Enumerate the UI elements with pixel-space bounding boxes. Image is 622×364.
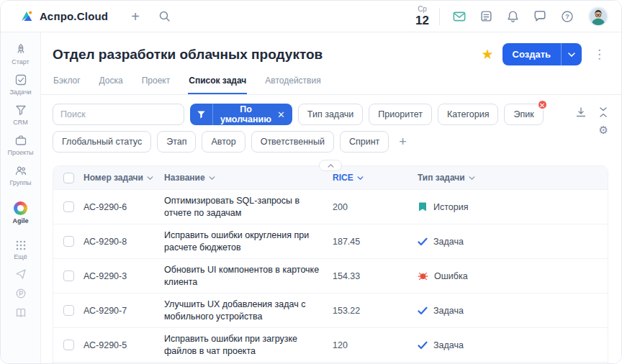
task-type: Задача — [418, 340, 608, 350]
table-row[interactable]: АС-9290-5 Исправить ошибки при загрузке … — [53, 327, 608, 362]
tab-automations[interactable]: Автодействия — [264, 76, 321, 94]
task-type-label: Задача — [433, 340, 464, 350]
create-button[interactable]: Создать — [502, 43, 582, 65]
filter-chip-label: Спринт — [349, 137, 379, 147]
filter-chip[interactable]: Тип задачи ✕ — [298, 104, 363, 125]
help-icon[interactable]: ? — [561, 10, 574, 23]
row-checkbox[interactable] — [63, 340, 74, 350]
sidebar-item-agile[interactable]: Agile — [1, 198, 40, 229]
tab-project[interactable]: Проект — [141, 76, 171, 94]
collapse-table-icon[interactable] — [319, 160, 342, 171]
task-rice-value: 200 — [333, 202, 418, 212]
task-name[interactable]: Исправить ошибки при загрузке файлов в ч… — [164, 328, 333, 362]
tab-task-list[interactable]: Список задач — [188, 76, 247, 94]
avatar[interactable] — [588, 6, 608, 27]
page-title: Отдел разработки облачных продуктов — [53, 47, 323, 63]
row-checkbox[interactable] — [63, 201, 74, 212]
remove-filter-badge-icon[interactable]: ✕ — [537, 99, 548, 110]
column-header-number[interactable]: Номер задачи — [84, 173, 164, 183]
filter-panel: По умолчанию ✕ Тип задачи ✕ Приоритет ✕ … — [41, 95, 621, 158]
task-type: Задача — [418, 237, 608, 247]
download-icon[interactable] — [575, 106, 587, 118]
sidebar: Старт Задачи CRM — [1, 32, 41, 363]
brand[interactable]: Аспро.Cloud — [19, 9, 108, 24]
sidebar-item-label: Задачи — [9, 88, 31, 96]
notes-icon[interactable] — [480, 10, 492, 22]
tab-board[interactable]: Доска — [99, 76, 124, 94]
filter-chip[interactable]: Спринт ✕ — [340, 131, 389, 153]
mail-icon[interactable] — [453, 11, 466, 22]
story-bookmark-icon — [418, 201, 428, 212]
task-type: История — [418, 201, 608, 212]
row-checkbox[interactable] — [63, 236, 74, 247]
sort-chevron-icon — [357, 176, 364, 180]
filter-funnel-icon — [190, 104, 213, 125]
task-type-label: Ошибка — [434, 271, 468, 281]
filter-chip[interactable]: Этап ✕ — [157, 131, 196, 153]
filter-chip[interactable]: Эпик ✕ — [504, 104, 543, 125]
task-type-label: Задача — [433, 306, 464, 316]
grid-dots-icon — [15, 240, 27, 251]
task-rice-value: 154.33 — [333, 271, 418, 281]
row-checkbox[interactable] — [63, 305, 74, 316]
task-number[interactable]: АС-9290-5 — [84, 340, 164, 350]
table-row[interactable]: АС-9290-6 Оптимизировать SQL-запросы в о… — [53, 189, 608, 224]
sidebar-item-more[interactable]: Ещё — [1, 236, 40, 265]
filter-chip[interactable]: Ответственный ✕ — [251, 131, 334, 153]
task-check-icon — [418, 237, 428, 246]
column-header-type[interactable]: Тип задачи — [418, 173, 608, 183]
book-icon[interactable] — [1, 304, 40, 323]
paper-plane-icon[interactable] — [1, 265, 40, 284]
sidebar-item-label: Группы — [10, 179, 32, 186]
task-name[interactable]: Улучшить UX добавления задач с мобильног… — [164, 294, 333, 327]
column-header-name[interactable]: Название — [164, 173, 333, 183]
favorite-star-icon[interactable]: ★ — [481, 47, 493, 61]
task-number[interactable]: АС-9290-7 — [84, 306, 164, 316]
quick-add-button[interactable]: + — [131, 9, 140, 24]
table-row[interactable]: АС-9290-3 Обновить UI компонентов в карт… — [53, 258, 608, 293]
task-name[interactable]: Обновить UI компонентов в карточке клиен… — [164, 259, 333, 293]
page-header: Отдел разработки облачных продуктов ★ Со… — [41, 32, 621, 65]
row-checkbox[interactable] — [63, 270, 74, 281]
bell-icon[interactable] — [507, 10, 519, 23]
column-header-rice[interactable]: RICE — [333, 173, 418, 183]
filter-chip[interactable]: Глобальный статус ✕ — [53, 131, 151, 153]
table-row[interactable]: АС-9290-8 Исправить ошибки округления пр… — [53, 224, 608, 258]
gear-icon[interactable]: ⚙ — [599, 124, 608, 137]
filter-chip[interactable]: Категория ✕ — [438, 104, 498, 125]
sidebar-item-tasks[interactable]: Задачи — [1, 70, 40, 100]
filter-chip-label: Ответственный — [261, 137, 325, 147]
sidebar-item-crm[interactable]: CRM — [1, 100, 40, 130]
filter-chip[interactable]: Автор ✕ — [202, 131, 245, 153]
search-icon[interactable] — [158, 10, 171, 22]
task-name[interactable]: Исправить ошибки округления при расчете … — [164, 224, 333, 258]
sidebar-item-projects[interactable]: Проекты — [1, 130, 40, 160]
chat-icon[interactable] — [533, 10, 546, 22]
search-input[interactable] — [53, 104, 184, 125]
filter-chip[interactable]: Приоритет ✕ — [369, 104, 432, 125]
sidebar-item-groups[interactable]: Группы — [1, 160, 40, 191]
divider — [439, 8, 440, 25]
sidebar-item-label: CRM — [13, 119, 28, 126]
clear-preset-icon[interactable]: ✕ — [277, 109, 292, 120]
filter-chip-label: Эпик — [513, 109, 533, 119]
calendar-date[interactable]: Ср 12 — [415, 6, 429, 27]
day-label: 12 — [415, 14, 429, 27]
svg-text:?: ? — [565, 13, 569, 20]
collapse-rows-icon[interactable] — [598, 106, 608, 118]
tab-backlog[interactable]: Бэклог — [53, 76, 81, 94]
kebab-menu-icon[interactable]: ⋮ — [590, 47, 608, 62]
task-name[interactable]: Оптимизировать SQL-запросы в отчете по з… — [164, 190, 333, 224]
chevron-down-icon[interactable] — [561, 43, 582, 65]
task-number[interactable]: АС-9290-8 — [84, 237, 164, 247]
table-row[interactable]: АС-9290-7 Улучшить UX добавления задач с… — [53, 293, 608, 327]
filter-chip-label: Глобальный статус — [62, 137, 142, 147]
preset-filter-button[interactable]: По умолчанию ✕ — [190, 104, 292, 125]
sidebar-item-start[interactable]: Старт — [1, 40, 40, 70]
task-number[interactable]: АС-9290-3 — [84, 271, 164, 281]
task-number[interactable]: АС-9290-6 — [84, 202, 164, 212]
select-all-checkbox[interactable] — [63, 173, 74, 183]
add-filter-button[interactable]: + — [395, 135, 411, 148]
coin-icon[interactable] — [1, 284, 40, 304]
filter-chip-label: Тип задачи — [307, 109, 353, 119]
